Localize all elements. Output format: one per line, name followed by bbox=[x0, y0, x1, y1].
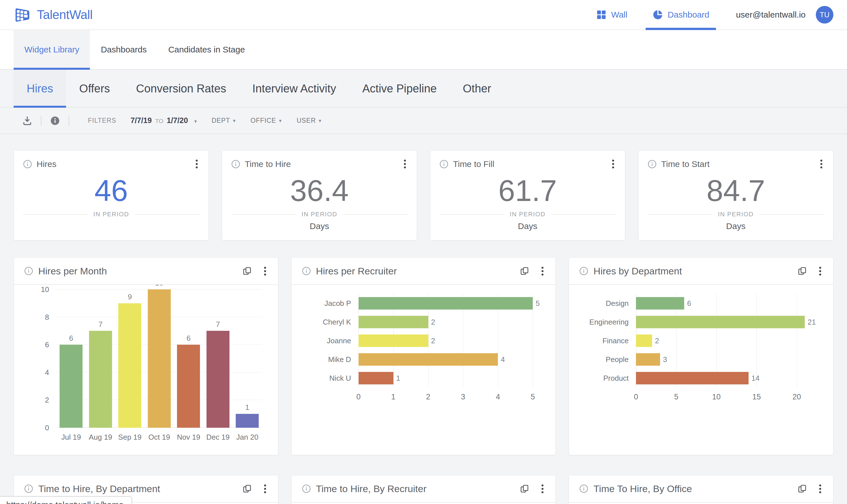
bar-value-label: 2 bbox=[431, 318, 435, 327]
category-tab-interview-activity[interactable]: Interview Activity bbox=[239, 70, 349, 107]
bar-value-label: 1 bbox=[233, 403, 262, 412]
info-icon[interactable] bbox=[302, 267, 311, 275]
chart-title: Time To Hire, By Office bbox=[594, 483, 692, 494]
download-icon[interactable] bbox=[22, 116, 32, 126]
info-icon[interactable] bbox=[24, 267, 33, 275]
category-tab-other[interactable]: Other bbox=[450, 70, 504, 107]
info-icon[interactable] bbox=[302, 484, 311, 493]
x-axis-tick: 5 bbox=[674, 393, 678, 401]
category-tab-hires[interactable]: Hires bbox=[14, 70, 66, 107]
avatar[interactable]: TU bbox=[816, 6, 833, 23]
y-axis-tick: 2 bbox=[25, 396, 49, 404]
bar-jacob-p[interactable] bbox=[358, 297, 533, 309]
info-icon[interactable] bbox=[231, 160, 240, 169]
info-icon[interactable] bbox=[23, 160, 32, 169]
bar-finance[interactable] bbox=[636, 335, 652, 347]
bar-aug-19[interactable] bbox=[89, 331, 112, 428]
user-filter-dropdown[interactable]: USER ▾ bbox=[297, 117, 322, 124]
divider bbox=[69, 116, 69, 126]
kebab-menu-icon[interactable] bbox=[817, 265, 823, 277]
kpi-card-hires: Hires 46 IN PERIOD bbox=[14, 150, 209, 240]
kebab-menu-icon[interactable] bbox=[817, 483, 823, 495]
kebab-menu-icon[interactable] bbox=[402, 158, 408, 170]
x-axis-labels: Jul 19Aug 19Sep 19Oct 19Nov 19Dec 19Jan … bbox=[56, 433, 262, 442]
kebab-menu-icon[interactable] bbox=[540, 483, 545, 495]
x-axis-tick: 0 bbox=[634, 393, 638, 401]
office-filter-dropdown[interactable]: OFFICE ▾ bbox=[250, 117, 282, 124]
copy-icon[interactable] bbox=[243, 267, 252, 275]
tab-dashboards[interactable]: Dashboards bbox=[90, 30, 157, 69]
kpi-unit: Days bbox=[648, 221, 824, 234]
x-axis-tick: Jan 20 bbox=[233, 433, 262, 442]
copy-icon[interactable] bbox=[798, 484, 807, 493]
info-icon[interactable] bbox=[439, 160, 448, 169]
bar-joanne[interactable] bbox=[358, 335, 428, 347]
category-tab-offers[interactable]: Offers bbox=[66, 70, 123, 107]
x-axis-tick: 10 bbox=[712, 393, 721, 401]
category-label: Nick U bbox=[302, 369, 358, 388]
bar-sep-19[interactable] bbox=[118, 303, 141, 428]
kebab-menu-icon[interactable] bbox=[194, 158, 199, 170]
bar-design[interactable] bbox=[636, 297, 684, 309]
category-tab-active-pipeline[interactable]: Active Pipeline bbox=[349, 70, 449, 107]
copy-icon[interactable] bbox=[520, 484, 529, 493]
category-tab-conversion-rates[interactable]: Conversion Rates bbox=[123, 70, 240, 107]
app-canvas: TalentWall Wall Dash bbox=[0, 0, 847, 504]
category-label: Product bbox=[579, 369, 636, 388]
x-axis-tick: 3 bbox=[461, 393, 465, 401]
plot-area: 52241 bbox=[358, 294, 533, 388]
talentwall-logo[interactable]: TalentWall bbox=[14, 6, 92, 23]
bar-nov-19[interactable] bbox=[177, 345, 200, 428]
bar-dec-19[interactable] bbox=[207, 331, 229, 428]
bar-engineering[interactable] bbox=[636, 316, 805, 328]
dept-filter-dropdown[interactable]: DEPT ▾ bbox=[212, 117, 236, 124]
tab-candidates-in-stage[interactable]: Candidates in Stage bbox=[157, 30, 255, 69]
bar-value-label: 7 bbox=[204, 320, 233, 328]
bar-slot: 6 bbox=[56, 289, 86, 428]
bar-mike-d[interactable] bbox=[358, 353, 498, 366]
category-label: Finance bbox=[579, 331, 636, 350]
kpi-value: 46 bbox=[23, 170, 199, 211]
info-icon[interactable] bbox=[50, 116, 60, 126]
info-icon[interactable] bbox=[579, 484, 588, 493]
bar-product[interactable] bbox=[636, 372, 748, 384]
nav-item-wall[interactable]: Wall bbox=[589, 0, 634, 30]
x-axis-tick: 5 bbox=[531, 393, 535, 401]
x-axis-tick: 2 bbox=[426, 393, 430, 401]
copy-icon[interactable] bbox=[243, 484, 252, 493]
kebab-menu-icon[interactable] bbox=[819, 158, 824, 170]
kpi-title: Hires bbox=[37, 159, 56, 169]
bar-value-label: 6 bbox=[174, 334, 204, 342]
kebab-menu-icon[interactable] bbox=[262, 265, 268, 277]
date-range-filter[interactable]: 7/7/19 TO 1/7/20 ▾ bbox=[130, 116, 197, 125]
bar-nick-u[interactable] bbox=[358, 372, 393, 384]
bar-cheryl-k[interactable] bbox=[358, 316, 428, 328]
bar-row: 21 bbox=[636, 313, 810, 331]
info-icon[interactable] bbox=[579, 267, 588, 275]
kebab-menu-icon[interactable] bbox=[262, 483, 268, 495]
kpi-unit bbox=[23, 221, 199, 234]
kpi-row: Hires 46 IN PERIOD Time to Hire bbox=[14, 150, 833, 240]
bar-oct-19[interactable] bbox=[148, 289, 171, 428]
kebab-menu-icon[interactable] bbox=[611, 158, 616, 170]
chart-card-hires-per-recruiter: Hires per Recruiter Jacob PCheryl KJoann… bbox=[291, 257, 556, 455]
bar-people[interactable] bbox=[636, 353, 660, 366]
category-label: Jacob P bbox=[302, 294, 358, 313]
info-icon[interactable] bbox=[24, 484, 33, 493]
kebab-menu-icon[interactable] bbox=[540, 265, 545, 277]
tab-widget-library[interactable]: Widget Library bbox=[14, 30, 90, 69]
x-axis-labels: 05101520 bbox=[636, 388, 810, 403]
x-axis-tick: Nov 19 bbox=[174, 433, 204, 442]
x-axis-tick: 15 bbox=[752, 393, 761, 401]
bar-jan-20[interactable] bbox=[236, 414, 259, 428]
copy-icon[interactable] bbox=[520, 267, 529, 275]
statusbar-url: https://demo.talentwall.io/home bbox=[6, 500, 124, 504]
nav-item-dashboard[interactable]: Dashboard bbox=[646, 0, 716, 30]
dropdown-label: OFFICE bbox=[250, 117, 276, 124]
nav-item-label: Dashboard bbox=[668, 10, 709, 20]
chart-title: Time to Hire, By Department bbox=[38, 483, 160, 494]
copy-icon[interactable] bbox=[798, 267, 807, 275]
plot-wrapper: Jacob PCheryl KJoanneMike DNick U52241 bbox=[302, 294, 546, 388]
info-icon[interactable] bbox=[648, 160, 657, 169]
bar-jul-19[interactable] bbox=[59, 345, 83, 428]
